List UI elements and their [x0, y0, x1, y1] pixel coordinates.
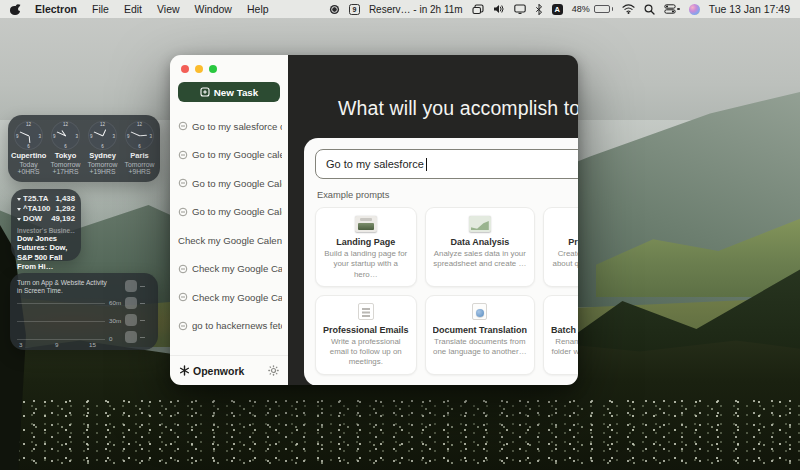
sidebar-footer: Openwork: [170, 355, 288, 385]
task-item[interactable]: Check my Google Calendar f…: [170, 283, 288, 312]
prompt-card-professional-emails[interactable]: Professional Emails Write a professional…: [315, 295, 417, 375]
prompt-card-batch-file-renaming[interactable]: Batch File Renaming Rename all photos in…: [543, 295, 578, 375]
example-prompt-cards: Landing Page Build a landing page for yo…: [315, 207, 578, 375]
stage-manager-icon[interactable]: [472, 4, 484, 15]
scheduled-icon: [178, 178, 188, 188]
clock-city: Cupertino: [11, 152, 46, 161]
main-panel: What will you accomplish today? Go to my…: [288, 55, 578, 385]
battery-indicator[interactable]: 48%: [572, 4, 614, 14]
clock-city: Paris: [122, 152, 157, 161]
app-placeholder-icon: [125, 280, 137, 292]
bluetooth-icon[interactable]: [535, 4, 543, 15]
openwork-logo-icon: [179, 365, 190, 376]
landing-page-icon: [323, 215, 409, 233]
siri-icon[interactable]: [689, 4, 700, 15]
record-status-icon[interactable]: [329, 4, 340, 15]
volume-icon[interactable]: [493, 4, 505, 14]
clock-city: Sydney: [85, 152, 120, 161]
stocks-widget[interactable]: T25.TA 1,438 ^TA100 1,292 DOW 49,192 Inv…: [11, 189, 81, 261]
clock-offset: +17HRS: [48, 168, 83, 176]
example-prompts-label: Example prompts: [317, 190, 389, 200]
scheduled-icon: [178, 321, 188, 331]
menu-view[interactable]: View: [157, 3, 180, 15]
analog-clock-icon: 12 3 6 9: [88, 121, 117, 150]
analog-clock-icon: 12 3 6 9: [14, 121, 43, 150]
display-icon[interactable]: [514, 4, 526, 14]
prompt-card-data-analysis[interactable]: Data Analysis Analyze sales data in your…: [425, 207, 536, 287]
task-item[interactable]: Go to my salesforce on https…: [170, 112, 288, 141]
world-clock-widget[interactable]: 12 3 6 9 Cupertino Today +0HRS 12 3 6 9 …: [8, 115, 160, 182]
example-prompts-header: Example prompts: [317, 190, 578, 200]
clock-offset: +19HRS: [85, 168, 120, 176]
document-translation-icon: [433, 303, 528, 321]
stock-news-headline: Dow Jones Futures: Dow, S&P 500 Fall Fro…: [17, 234, 75, 270]
screen-time-widget[interactable]: Turn on App & Website Activity in Screen…: [10, 273, 158, 350]
active-app-badge[interactable]: A: [552, 4, 563, 15]
text-caret: [426, 158, 427, 171]
zoom-window-button[interactable]: [209, 65, 217, 73]
new-task-label: New Task: [214, 87, 258, 98]
brand: Openwork: [179, 365, 244, 377]
task-input-value: Go to my salesforce: [326, 158, 424, 170]
desktop: Electron File Edit View Window Help 9 Re…: [0, 0, 800, 470]
scheduled-icon: [178, 150, 188, 160]
prompt-card-document-translation[interactable]: Document Translation Translate documents…: [425, 295, 536, 375]
new-task-icon: [200, 87, 210, 97]
task-item[interactable]: Check my Google Calendar f…: [170, 255, 288, 284]
clock-sydney: 12 3 6 9 Sydney Tomorrow +19HRS: [85, 121, 120, 176]
prompt-card-presentation[interactable]: Presentation Create a presentation about…: [543, 207, 578, 287]
stock-row: ^TA100 1,292: [17, 204, 75, 214]
menu-app-name[interactable]: Electron: [35, 3, 77, 15]
scheduled-icon: [178, 121, 188, 131]
spotlight-search-icon[interactable]: [644, 4, 655, 15]
clock-day: Tomorrow: [122, 161, 157, 169]
professional-emails-icon: [323, 303, 409, 321]
screen-time-message: Turn on App & Website Activity in Screen…: [17, 279, 109, 295]
screen-time-chart: Turn on App & Website Activity in Screen…: [17, 279, 125, 344]
calendar-event-text[interactable]: Reserv… - in 2h 11m: [369, 4, 463, 15]
task-list: Go to my salesforce on https… Go to my G…: [170, 108, 288, 355]
clock-day: Today: [11, 161, 46, 169]
menu-clock[interactable]: Tue 13 Jan 17:49: [709, 3, 790, 15]
wifi-icon[interactable]: [622, 4, 635, 14]
clock-tokyo: 12 3 6 9 Tokyo Tomorrow +17HRS: [48, 121, 83, 176]
minimize-window-button[interactable]: [195, 65, 203, 73]
screen-time-app-list: [125, 279, 151, 344]
clock-day: Tomorrow: [48, 161, 83, 169]
stock-news-source: Investor's Busine…: [17, 227, 75, 234]
task-item[interactable]: Go to my Google Calendar an…: [170, 198, 288, 227]
menu-bar: Electron File Edit View Window Help 9 Re…: [0, 0, 800, 18]
app-placeholder-icon: [125, 314, 137, 326]
battery-icon: [594, 5, 610, 13]
clock-cupertino: 12 3 6 9 Cupertino Today +0HRS: [11, 121, 46, 176]
task-item[interactable]: Check my Google Calendar for t…: [170, 226, 288, 255]
new-task-button[interactable]: New Task: [178, 82, 280, 102]
menu-help[interactable]: Help: [247, 3, 269, 15]
app-placeholder-icon: [125, 297, 137, 309]
task-item[interactable]: Go to my Google calendar an…: [170, 141, 288, 170]
analog-clock-icon: 12 3 6 9: [51, 121, 80, 150]
sidebar: New Task Go to my salesforce on https… G…: [170, 55, 288, 385]
calendar-menu-icon[interactable]: 9: [349, 4, 360, 15]
prompt-card-landing-page[interactable]: Landing Page Build a landing page for yo…: [315, 207, 417, 287]
openwork-window: New Task Go to my salesforce on https… G…: [170, 55, 578, 385]
menu-file[interactable]: File: [92, 3, 109, 15]
stock-down-icon: [17, 208, 21, 211]
menu-window[interactable]: Window: [195, 3, 232, 15]
menu-edit[interactable]: Edit: [124, 3, 142, 15]
control-center-icon[interactable]: [664, 4, 680, 14]
close-window-button[interactable]: [181, 65, 189, 73]
clock-paris: 12 3 6 9 Paris Tomorrow +9HRS: [122, 121, 157, 176]
task-item[interactable]: Go to my Google Calendar an…: [170, 169, 288, 198]
settings-gear-icon[interactable]: [268, 365, 279, 376]
apple-menu-icon[interactable]: [10, 4, 20, 15]
task-item[interactable]: go to hackernews fetch #1 po…: [170, 312, 288, 341]
window-controls: [170, 55, 288, 73]
analog-clock-icon: 12 3 6 9: [125, 121, 154, 150]
stock-down-icon: [17, 218, 21, 221]
clock-offset: +0HRS: [11, 168, 46, 176]
scheduled-icon: [178, 292, 188, 302]
scheduled-icon: [178, 264, 188, 274]
task-input[interactable]: Go to my salesforce: [315, 149, 578, 179]
scheduled-icon: [178, 207, 188, 217]
